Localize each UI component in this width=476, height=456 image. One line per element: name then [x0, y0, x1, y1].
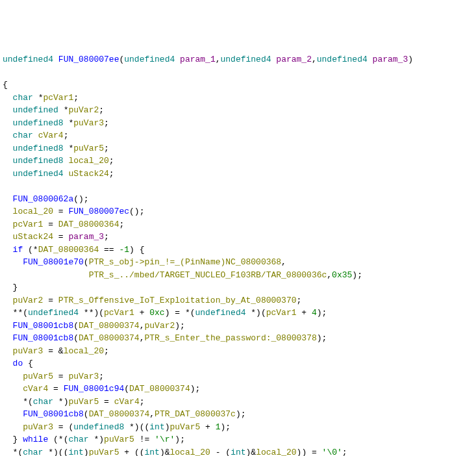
type-token: int: [231, 448, 245, 457]
text: ==: [99, 245, 119, 255]
identifier: puVar2: [144, 321, 175, 331]
semi: ;: [104, 346, 109, 356]
semi: ;: [109, 156, 114, 166]
type-token: int: [68, 448, 83, 457]
keyword: do: [13, 359, 23, 368]
type-token: undefined4: [317, 55, 368, 64]
paren: ): [408, 55, 413, 64]
text: );: [236, 409, 246, 419]
text: );: [317, 333, 327, 343]
identifier: DAT_08000364: [58, 220, 119, 229]
identifier: pcVar1: [13, 220, 44, 229]
string-literal: '\0': [322, 448, 342, 457]
semi: ;: [104, 144, 109, 153]
semi: ;: [64, 131, 69, 140]
identifier: DAT_08000374: [129, 384, 190, 394]
type-token: undefined4: [195, 308, 245, 318]
semi: ;: [342, 448, 347, 457]
text: =: [43, 296, 58, 305]
identifier: PTR_s_Enter_the_password:_08000378: [144, 333, 316, 343]
identifier: puVar5: [89, 448, 119, 457]
text: );: [190, 384, 201, 394]
text: **)(: [79, 308, 104, 318]
text: +: [134, 308, 149, 318]
text: ();: [73, 194, 88, 204]
brace: {: [23, 359, 33, 368]
text: );: [317, 308, 327, 318]
type-token: undefined4: [221, 55, 271, 64]
brace: }: [13, 435, 23, 444]
number: 0x35: [332, 270, 352, 280]
text: *)(: [246, 308, 266, 318]
text: +: [297, 308, 312, 318]
identifier: local_20: [64, 346, 104, 356]
param-token: param_1: [180, 55, 216, 64]
identifier: DAT_08000374: [89, 409, 150, 419]
text: (*(: [48, 435, 68, 444]
number: 0xc: [149, 308, 164, 318]
number: 1: [216, 422, 221, 432]
identifier: cVar4: [38, 131, 64, 140]
identifier: DAT_08000374: [79, 333, 140, 343]
type-token: int: [149, 422, 164, 432]
text: (: [84, 409, 89, 419]
text: *: [64, 118, 74, 128]
text: *): [53, 397, 68, 407]
semi: ;: [99, 105, 104, 115]
identifier: puVar5: [170, 422, 201, 432]
text: );: [221, 422, 231, 432]
text: ) = *(: [165, 308, 195, 318]
text: **(: [13, 308, 28, 318]
function-name: FUN_080007ee: [58, 55, 119, 64]
text: =: [43, 220, 58, 229]
text: - (: [210, 448, 231, 457]
function-call: FUN_0800062a: [13, 194, 74, 204]
identifier: local_20: [68, 156, 108, 166]
text: );: [352, 270, 362, 280]
identifier: pcVar1: [43, 93, 73, 103]
code-block: undefined4 FUN_080007ee(undefined4 param…: [3, 53, 473, 456]
semi: ;: [109, 169, 114, 179]
text: *)((: [43, 448, 68, 457]
text: ): [84, 448, 89, 457]
text: *): [89, 435, 104, 444]
type-token: undefined4: [13, 169, 64, 179]
identifier: puVar3: [68, 372, 99, 381]
identifier: puVar3: [73, 118, 104, 128]
text: +: [200, 422, 215, 432]
identifier: PTR_s_obj->pin_!=_(PinName)NC_08000368: [89, 257, 281, 267]
text: *: [64, 144, 74, 153]
type-token: char: [13, 93, 33, 103]
text: );: [175, 435, 185, 444]
identifier: PTR_s_Offensive_IoT_Exploitation_by_At_0…: [58, 296, 297, 305]
param-token: param_2: [276, 55, 312, 64]
keyword: while: [23, 435, 48, 444]
type-token: char: [13, 131, 33, 140]
identifier: uStack24: [13, 232, 53, 242]
text: ): [165, 422, 170, 432]
identifier: PTR_s_../mbed/TARGET_NUCLEO_F103RB/TAR_0…: [89, 270, 327, 280]
text: (*: [23, 245, 38, 255]
comma: ,: [149, 409, 155, 419]
identifier: puVar5: [73, 144, 104, 153]
text: );: [175, 321, 185, 331]
semi: ;: [119, 220, 124, 229]
param-token: param_3: [68, 232, 104, 242]
number: -1: [119, 245, 129, 255]
identifier: local_20: [256, 448, 296, 457]
text: (: [73, 321, 79, 331]
identifier: puVar5: [68, 397, 99, 407]
keyword: if: [13, 245, 23, 255]
text: = (: [53, 422, 73, 432]
text: )) =: [297, 448, 322, 457]
type-token: undefined8: [73, 422, 124, 432]
text: ) {: [129, 245, 144, 255]
text: =: [99, 397, 114, 407]
text: =: [53, 372, 68, 381]
text: )&: [160, 448, 170, 457]
function-call: FUN_080007ec: [68, 207, 129, 216]
string-literal: '\r': [155, 435, 175, 444]
type-token: undefined: [13, 105, 58, 115]
identifier: puVar3: [13, 346, 44, 356]
function-call: FUN_08001cb8: [23, 409, 84, 419]
